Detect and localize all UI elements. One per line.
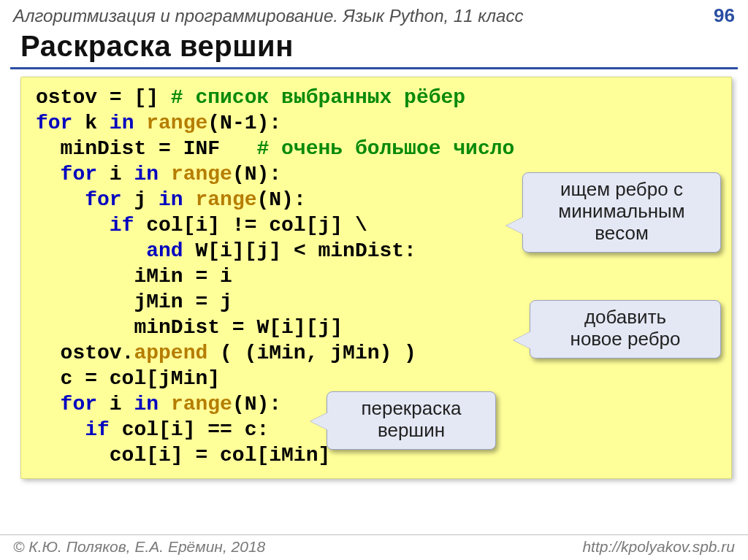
callout-repaint: перекраска вершин bbox=[327, 391, 496, 450]
callout-text: весом bbox=[538, 223, 706, 245]
callout-text: минимальным bbox=[538, 201, 706, 223]
page-number: 96 bbox=[714, 4, 735, 27]
footer-link: http://kpolyakov.spb.ru bbox=[582, 538, 735, 556]
page-title: Раскраска вершин bbox=[20, 30, 733, 63]
code-box: ostov = [] # список выбранных рёбер for … bbox=[20, 77, 732, 479]
title-underline bbox=[10, 67, 738, 69]
callout-text: вершин bbox=[342, 420, 481, 442]
callout-min-edge: ищем ребро с минимальным весом bbox=[522, 172, 721, 253]
callout-add-edge: добавить новое ребро bbox=[530, 300, 721, 358]
callout-text: новое ребро bbox=[545, 329, 706, 350]
copyright: © К.Ю. Поляков, Е.А. Ерёмин, 2018 bbox=[13, 538, 265, 556]
header-bar: Алгоритмизация и программирование. Язык … bbox=[0, 0, 748, 30]
callout-text: добавить bbox=[545, 307, 706, 329]
callout-text: перекраска bbox=[342, 398, 481, 420]
course-name: Алгоритмизация и программирование. Язык … bbox=[13, 6, 523, 26]
callout-text: ищем ребро с bbox=[538, 179, 706, 201]
footer-bar: © К.Ю. Поляков, Е.А. Ерёмин, 2018 http:/… bbox=[0, 534, 748, 560]
